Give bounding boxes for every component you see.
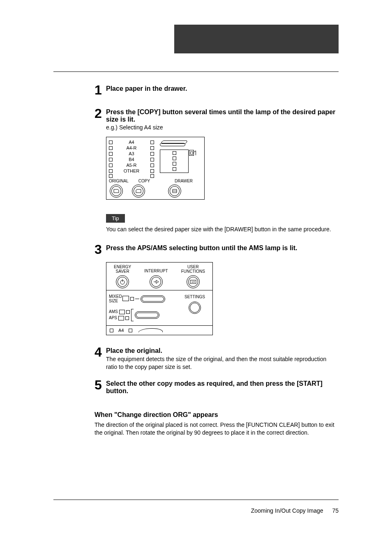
step-subtext: e.g.) Selecting A4 size <box>106 124 339 131</box>
tip-text: You can select the desired paper size wi… <box>106 226 339 233</box>
led-icon <box>130 297 134 301</box>
led-icon <box>150 152 154 156</box>
led-icon <box>150 174 154 178</box>
size-label: A5-R <box>113 163 150 168</box>
user-functions-button[interactable]: 123 <box>187 275 200 288</box>
bottom-size-label: A4 <box>118 328 124 333</box>
step-number: 2 <box>95 107 106 120</box>
subheading-title: When "Change direction ORG" appears <box>95 411 339 419</box>
step-number: 3 <box>95 243 106 256</box>
step-number: 4 <box>95 345 106 359</box>
step-description: The equipment detects the size of the or… <box>106 355 339 371</box>
pages-icon <box>123 297 129 301</box>
size-label: A4-R <box>113 145 150 150</box>
bracket-icon <box>131 309 134 321</box>
drawer-diagram <box>154 140 202 178</box>
copy-button[interactable] <box>132 184 145 198</box>
led-icon <box>125 316 129 320</box>
step-5: 5 Select the other copy modes as require… <box>95 378 339 395</box>
interrupt-icon <box>153 279 159 284</box>
original-page-icon <box>113 189 119 193</box>
energy-saver-label: ENERGY SAVER <box>114 265 131 274</box>
step-title: Select the other copy modes as required,… <box>106 380 339 395</box>
led-icon <box>109 164 113 167</box>
step-title: Press the [COPY] button several times un… <box>106 108 339 123</box>
copy-page-icon <box>136 189 141 193</box>
step-number: 5 <box>95 378 106 391</box>
aps-label: APS <box>109 316 117 320</box>
step-title: Place paper in the drawer. <box>106 85 339 92</box>
subheading-body: The direction of the original placed is … <box>95 421 339 437</box>
user-func-icon: 123 <box>190 280 196 284</box>
interrupt-label: INTERRUPT <box>144 265 168 274</box>
led-icon <box>109 140 113 144</box>
ams-label: AMS <box>109 310 118 314</box>
step-3: 3 Press the APS/AMS selecting button unt… <box>95 243 339 256</box>
aps-icon <box>118 316 124 320</box>
user-functions-label: USER FUNCTIONS <box>181 265 205 274</box>
energy-saver-button[interactable] <box>116 275 129 288</box>
led-icon <box>173 151 176 155</box>
step-4: 4 Place the original. The equipment dete… <box>95 345 339 371</box>
ams-aps-row: AMS APS <box>109 309 180 321</box>
led-icon <box>109 169 113 173</box>
footer-text: Zooming In/Out Copy Image <box>251 507 323 514</box>
led-icon <box>109 174 113 178</box>
original-button[interactable] <box>110 184 123 198</box>
led-icon <box>129 329 132 332</box>
control-panel-figure-1: A4 A4-R A3 B4 A5-R OTHER <box>106 137 339 200</box>
step-2: 2 Press the [COPY] button several times … <box>95 107 339 131</box>
drawer-icon <box>160 150 189 173</box>
mixed-size-row: MIXED SIZE <box>109 295 180 303</box>
paper-size-list: A4 A4-R A3 B4 A5-R OTHER <box>109 140 154 178</box>
ams-aps-button[interactable] <box>135 311 159 319</box>
step-title: Press the APS/AMS selecting button until… <box>106 244 339 252</box>
size-label: A4 <box>113 140 150 145</box>
led-icon <box>173 162 176 166</box>
header-dark-block <box>174 25 339 53</box>
drawer-label: DRAWER <box>154 179 202 183</box>
ams-icon <box>119 310 125 314</box>
settings-button[interactable] <box>189 302 201 314</box>
page-footer: Zooming In/Out Copy Image 75 <box>53 500 339 514</box>
interrupt-button[interactable] <box>150 275 163 288</box>
settings-label: SETTINGS <box>180 295 209 299</box>
led-icon <box>150 169 154 173</box>
tip-label: Tip <box>106 214 125 223</box>
size-label: OTHER <box>113 168 150 173</box>
led-icon <box>150 158 154 161</box>
control-panel-figure-2: ENERGY SAVER INTERRUPT USER FUNCTIONS <box>106 262 339 335</box>
led-icon <box>150 164 154 167</box>
connector-line <box>135 299 139 299</box>
led-icon <box>109 152 113 156</box>
output-tray-icon <box>157 140 202 147</box>
page-number: 75 <box>332 507 339 514</box>
drawer-stack-icon <box>172 189 178 193</box>
svg-text:123: 123 <box>191 281 195 283</box>
step-1: 1 Place paper in the drawer. <box>95 83 339 97</box>
led-icon <box>173 167 176 171</box>
bypass-slot-icon <box>189 150 194 156</box>
mixed-size-label: MIXED SIZE <box>109 295 122 303</box>
tray-curve-icon <box>138 328 165 332</box>
led-icon <box>109 146 113 150</box>
size-label: B4 <box>113 157 150 162</box>
led-icon <box>150 140 154 144</box>
led-icon <box>126 310 130 314</box>
size-label: A3 <box>113 151 150 156</box>
led-icon <box>110 329 113 332</box>
power-icon <box>119 279 126 285</box>
original-label: ORIGINAL <box>109 179 134 183</box>
copy-label: COPY <box>134 179 154 183</box>
drawer-button[interactable] <box>168 184 181 198</box>
top-divider <box>53 71 339 72</box>
led-icon <box>173 157 176 160</box>
led-icon <box>109 158 113 161</box>
led-icon <box>150 146 154 150</box>
mixed-size-button[interactable] <box>141 295 165 303</box>
step-number: 1 <box>95 83 106 97</box>
step-title: Place the original. <box>106 347 339 355</box>
